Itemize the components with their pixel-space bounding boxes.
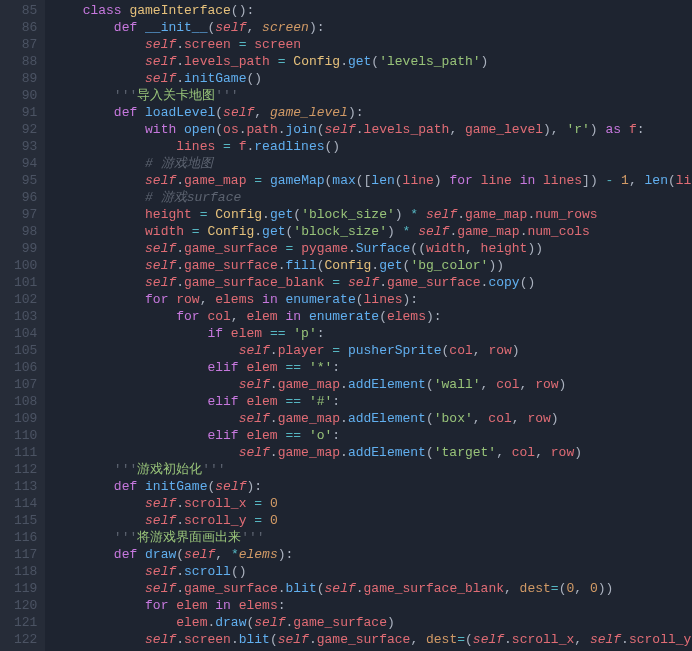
code-line[interactable]: width = Config.get('block_size') * self.… (51, 223, 692, 240)
token-op: = (457, 632, 465, 647)
code-line[interactable]: self.initGame() (51, 70, 692, 87)
code-line[interactable]: self.scroll_x = 0 (51, 495, 692, 512)
code-line[interactable]: # 游戏surface (51, 189, 692, 206)
token-self: self (145, 496, 176, 511)
token-plain (51, 428, 207, 443)
token-pn: ) (387, 224, 403, 239)
token-pn: ): (426, 309, 442, 324)
code-line[interactable]: def loadLevel(self, game_level): (51, 104, 692, 121)
line-number: 118 (14, 563, 37, 580)
token-pn: () (231, 564, 247, 579)
line-number: 111 (14, 444, 37, 461)
code-line[interactable]: self.levels_path = Config.get('levels_pa… (51, 53, 692, 70)
line-number: 117 (14, 546, 37, 563)
code-line[interactable]: self.scroll_y = 0 (51, 512, 692, 529)
token-num: 0 (270, 513, 278, 528)
code-line[interactable]: height = Config.get('block_size') * self… (51, 206, 692, 223)
code-line[interactable]: self.scroll() (51, 563, 692, 580)
line-number: 119 (14, 580, 37, 597)
token-var: f (239, 139, 247, 154)
code-line[interactable]: if elem == 'p': (51, 325, 692, 342)
code-line[interactable]: for elem in elems: (51, 597, 692, 614)
token-pn: . (262, 207, 270, 222)
token-fn: get (262, 224, 285, 239)
code-line[interactable]: self.game_map.addElement('wall', col, ro… (51, 376, 692, 393)
code-line[interactable]: self.game_surface = pygame.Surface((widt… (51, 240, 692, 257)
token-str: '#' (309, 394, 332, 409)
line-number: 122 (14, 631, 37, 648)
code-editor[interactable]: 8586878889909192939495969798991001011021… (0, 0, 692, 651)
line-number: 88 (14, 53, 37, 70)
code-line[interactable]: # 游戏地图 (51, 155, 692, 172)
code-line[interactable]: for col, elem in enumerate(elems): (51, 308, 692, 325)
code-line[interactable]: self.game_map.addElement('target', col, … (51, 444, 692, 461)
token-pn: () (325, 139, 341, 154)
token-pn: , (512, 411, 528, 426)
token-pn: . (176, 581, 184, 596)
line-number: 106 (14, 359, 37, 376)
token-kw: def (114, 105, 145, 120)
token-op: = (223, 139, 231, 154)
code-line[interactable]: elem.draw(self.game_surface) (51, 614, 692, 631)
code-line[interactable]: elif elem == 'o': (51, 427, 692, 444)
line-number: 107 (14, 376, 37, 393)
token-self: self (145, 632, 176, 647)
token-pn: () (520, 275, 536, 290)
token-cls: Config (325, 258, 372, 273)
code-area[interactable]: class gameInterface(): def __init__(self… (45, 0, 692, 651)
line-number: 89 (14, 70, 37, 87)
code-line[interactable]: def initGame(self): (51, 478, 692, 495)
code-line[interactable]: self.game_surface.blit(self.game_surface… (51, 580, 692, 597)
code-line[interactable]: lines = f.readlines() (51, 138, 692, 155)
token-self: self (145, 37, 176, 52)
code-line[interactable]: def draw(self, *elems): (51, 546, 692, 563)
token-var: row (535, 377, 558, 392)
token-cls: Config (215, 207, 262, 222)
token-pn: , (200, 292, 216, 307)
line-number: 102 (14, 291, 37, 308)
token-pn: ): (309, 20, 325, 35)
token-fn: draw (145, 547, 176, 562)
token-self: self (254, 615, 285, 630)
token-var: game_surface_blank (364, 581, 504, 596)
code-line[interactable]: '''游戏初始化''' (51, 461, 692, 478)
token-pn (340, 343, 348, 358)
token-pn: ( (426, 377, 434, 392)
code-line[interactable]: for row, elems in enumerate(lines): (51, 291, 692, 308)
code-line[interactable]: '''将游戏界面画出来''' (51, 529, 692, 546)
token-pn: ) (574, 445, 582, 460)
token-var: f (629, 122, 637, 137)
code-line[interactable]: def __init__(self, screen): (51, 19, 692, 36)
token-fn: len (645, 173, 668, 188)
token-str: '*' (309, 360, 332, 375)
token-self: self (145, 564, 176, 579)
line-number-gutter: 8586878889909192939495969798991001011021… (0, 0, 45, 651)
code-line[interactable]: self.game_surface_blank = self.game_surf… (51, 274, 692, 291)
token-fn: join (286, 122, 317, 137)
code-line[interactable]: elif elem == '*': (51, 359, 692, 376)
code-line[interactable]: '''导入关卡地图''' (51, 87, 692, 104)
token-var: lines (676, 173, 692, 188)
token-kw: in (286, 309, 309, 324)
token-pn: , (254, 105, 270, 120)
token-pn: , (481, 377, 497, 392)
code-line[interactable]: self.screen = screen (51, 36, 692, 53)
token-pn: )) (598, 581, 614, 596)
code-line[interactable]: self.game_surface.fill(Config.get('bg_co… (51, 257, 692, 274)
token-pn: . (457, 207, 465, 222)
token-var: height (145, 207, 192, 222)
token-plain (51, 513, 145, 528)
code-line[interactable]: self.screen.blit(self.game_surface, dest… (51, 631, 692, 648)
token-var: game_surface (293, 615, 387, 630)
token-pn: )) (527, 241, 543, 256)
code-line[interactable]: with open(os.path.join(self.levels_path,… (51, 121, 692, 138)
token-self: self (215, 20, 246, 35)
code-line[interactable]: self.player = pusherSprite(col, row) (51, 342, 692, 359)
code-line[interactable]: self.game_map.addElement('box', col, row… (51, 410, 692, 427)
token-pn: , (473, 411, 489, 426)
code-line[interactable]: class gameInterface(): (51, 2, 692, 19)
code-line[interactable]: self.game_map = gameMap(max([len(line) f… (51, 172, 692, 189)
code-line[interactable]: elif elem == '#': (51, 393, 692, 410)
token-kw: in (215, 598, 238, 613)
token-plain (51, 564, 145, 579)
